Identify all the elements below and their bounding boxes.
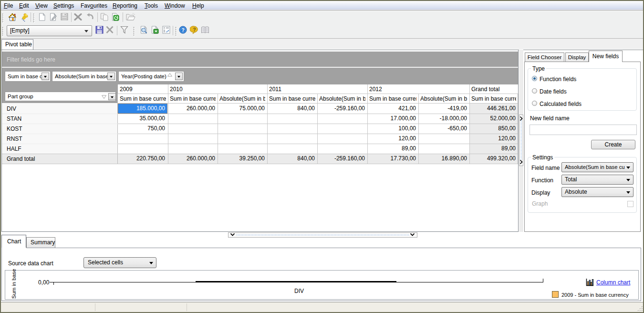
svg-text:?: ? [181,27,185,33]
svg-text:?: ? [193,27,196,32]
